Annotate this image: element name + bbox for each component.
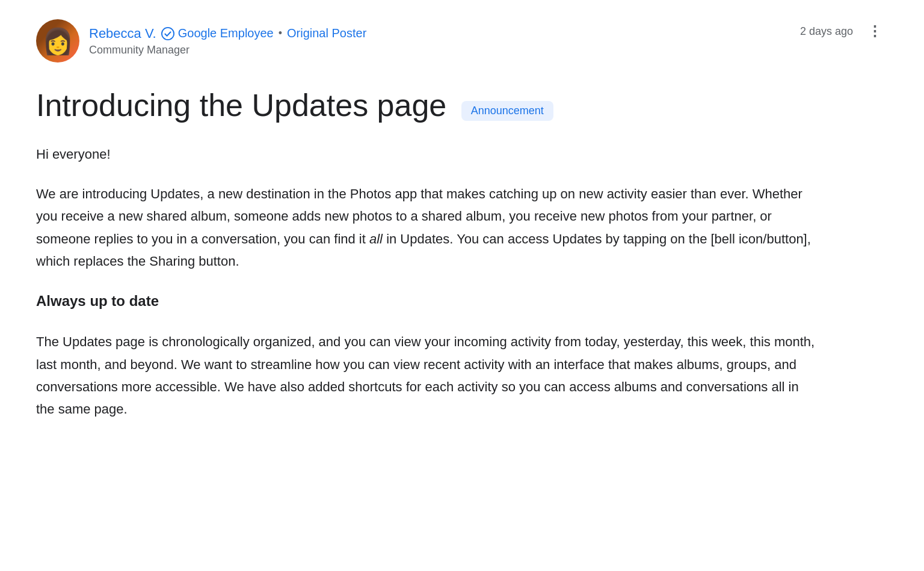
google-employee-label: Google Employee: [178, 26, 274, 40]
google-employee-badge: Google Employee: [161, 26, 274, 40]
post-title: Introducing the Updates page: [36, 88, 446, 123]
greeting-paragraph: Hi everyone!: [36, 143, 818, 165]
dot-separator: •: [279, 27, 282, 40]
body-paragraph-1: We are introducing Updates, a new destin…: [36, 183, 818, 273]
more-options-button[interactable]: ⋮: [863, 19, 888, 43]
post-header: 👩 Rebecca V. Google Employee • Original …: [36, 19, 888, 63]
avatar: 👩: [36, 19, 79, 63]
author-name-row: Rebecca V. Google Employee • Original Po…: [89, 26, 366, 41]
verified-check-icon: [161, 27, 174, 40]
section1-heading: Always up to date: [36, 289, 818, 314]
author-info: 👩 Rebecca V. Google Employee • Original …: [36, 19, 366, 63]
svg-point-0: [162, 27, 174, 39]
original-poster-label: Original Poster: [287, 26, 366, 40]
author-name[interactable]: Rebecca V.: [89, 26, 156, 41]
three-dots-icon: ⋮: [867, 24, 883, 38]
post-meta: 2 days ago ⋮: [800, 19, 888, 43]
author-details: Rebecca V. Google Employee • Original Po…: [89, 26, 366, 56]
post-content: Hi everyone! We are introducing Updates,…: [36, 143, 818, 420]
author-role: Community Manager: [89, 44, 366, 56]
avatar-image: 👩: [42, 26, 73, 56]
announcement-badge: Announcement: [461, 101, 553, 121]
section1-body: The Updates page is chronologically orga…: [36, 331, 818, 421]
post-timestamp: 2 days ago: [800, 25, 853, 38]
body1-italic-text: all: [369, 231, 383, 246]
post-title-area: Introducing the Updates page Announcemen…: [36, 87, 888, 124]
